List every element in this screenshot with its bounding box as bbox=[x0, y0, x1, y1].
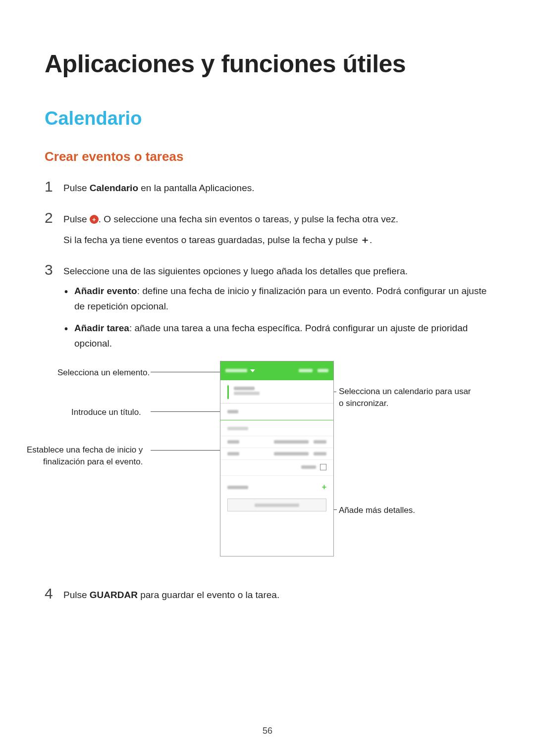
add-reminder-icon[interactable]: + bbox=[322, 481, 326, 494]
step-3: 3 Seleccione una de las siguientes opcio… bbox=[45, 261, 490, 576]
end-date-row[interactable] bbox=[220, 448, 333, 460]
event-type-spinner[interactable] bbox=[225, 369, 247, 372]
title-field[interactable] bbox=[220, 403, 333, 420]
section-title: Calendario bbox=[45, 108, 490, 129]
callout-enter-title: Introduce un título. bbox=[71, 406, 141, 418]
step-1: 1 Pulse Calendario en la pantalla Aplica… bbox=[45, 178, 490, 201]
cancel-button[interactable] bbox=[299, 369, 313, 372]
plus-icon: ＋ bbox=[361, 236, 370, 245]
step-text: . O seleccione una fecha sin eventos o t… bbox=[99, 214, 398, 224]
step-bold: Calendario bbox=[90, 183, 138, 193]
bullet-text: : añade una tarea a una fecha específica… bbox=[74, 323, 468, 348]
bullet-bold: Añadir evento bbox=[74, 286, 137, 296]
subsection-title: Crear eventos o tareas bbox=[45, 149, 490, 164]
action-bar bbox=[220, 361, 333, 380]
callout-more-details: Añade más detalles. bbox=[339, 504, 415, 516]
step-number: 1 bbox=[45, 178, 63, 195]
phone-mock: + bbox=[220, 361, 334, 556]
step-text: Pulse bbox=[63, 590, 90, 600]
save-button[interactable] bbox=[318, 369, 328, 372]
step-number: 3 bbox=[45, 261, 63, 278]
title-placeholder bbox=[227, 410, 238, 413]
all-day-checkbox[interactable] bbox=[320, 464, 326, 470]
step-number: 4 bbox=[45, 585, 63, 602]
callout-line bbox=[151, 411, 225, 412]
location-field[interactable] bbox=[220, 420, 333, 436]
step-text: en la pantalla Aplicaciones. bbox=[138, 183, 255, 193]
all-day-label bbox=[301, 465, 316, 469]
chevron-down-icon bbox=[250, 369, 255, 372]
callout-line bbox=[151, 372, 225, 372]
callout-set-dates: Establece una fecha de inicio yfinalizac… bbox=[27, 444, 143, 468]
view-more-options-button[interactable] bbox=[227, 499, 326, 511]
reminder-row: + bbox=[220, 476, 333, 499]
page-title: Aplicaciones y funciones útiles bbox=[45, 50, 490, 78]
end-date-value bbox=[274, 452, 309, 455]
reminder-label bbox=[227, 486, 248, 489]
calendar-selector[interactable] bbox=[220, 380, 333, 403]
calendar-color-icon bbox=[227, 385, 229, 399]
step-4: 4 Pulse GUARDAR para guardar el evento o… bbox=[45, 585, 490, 607]
start-time-value bbox=[314, 440, 326, 444]
step-number: 2 bbox=[45, 209, 63, 226]
bullet-bold: Añadir tarea bbox=[74, 323, 129, 333]
more-options-label bbox=[255, 504, 299, 507]
step-text: para guardar el evento o la tarea. bbox=[138, 590, 279, 600]
callout-select-item: Selecciona un elemento. bbox=[57, 367, 150, 379]
calendar-account bbox=[234, 392, 260, 395]
add-circle-icon: + bbox=[90, 215, 99, 224]
start-date-value bbox=[274, 440, 309, 444]
page-number: 56 bbox=[0, 726, 535, 736]
calendar-name bbox=[234, 387, 255, 390]
end-time-value bbox=[314, 452, 326, 455]
bullet-item: Añadir evento: define una fecha de inici… bbox=[74, 284, 490, 314]
step-intro: Seleccione una de las siguientes opcione… bbox=[63, 263, 490, 279]
callout-line bbox=[151, 450, 224, 451]
location-placeholder bbox=[227, 427, 248, 430]
start-date-row[interactable] bbox=[220, 436, 333, 448]
step-2: 2 Pulse +. O seleccione una fecha sin ev… bbox=[45, 209, 490, 252]
all-day-row bbox=[220, 460, 333, 476]
start-label bbox=[227, 440, 239, 444]
end-label bbox=[227, 452, 239, 455]
callout-select-calendar: Selecciona un calendario para usaro sinc… bbox=[339, 386, 471, 409]
step-text: Si la fecha ya tiene eventos o tareas gu… bbox=[63, 235, 361, 245]
bullet-item: Añadir tarea: añade una tarea a una fech… bbox=[74, 321, 490, 351]
step-bold: GUARDAR bbox=[90, 590, 138, 600]
step-text: Pulse bbox=[63, 214, 90, 224]
screenshot-diagram: Selecciona un elemento. Introduce un tít… bbox=[136, 361, 418, 556]
step-text: Pulse bbox=[63, 183, 90, 193]
